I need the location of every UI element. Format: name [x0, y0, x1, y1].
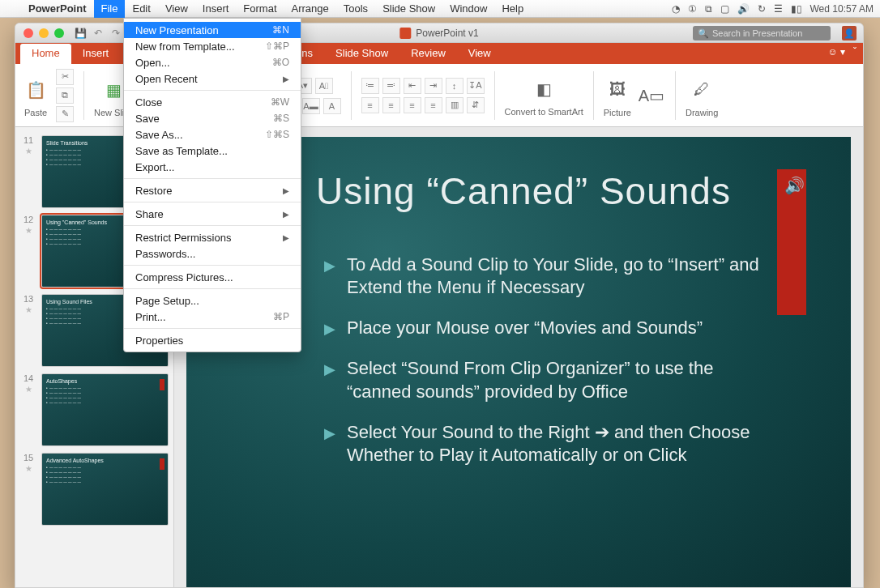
menu-window[interactable]: Window [442, 0, 494, 18]
file-menu-item[interactable]: Passwords... [124, 245, 301, 262]
file-menu-item[interactable]: New Presentation⌘N [124, 22, 301, 38]
cut-icon[interactable]: ✂ [56, 69, 74, 85]
file-menu-item[interactable]: Save⌘S [124, 110, 301, 126]
tab-review[interactable]: Review [399, 44, 457, 64]
wifi-icon[interactable]: ☰ [774, 3, 783, 15]
file-menu-item[interactable]: Open Recent▶ [124, 70, 301, 87]
align-vert-icon[interactable]: ⇵ [467, 97, 485, 113]
file-menu-item[interactable]: Export... [124, 159, 301, 175]
gdrive-icon[interactable]: ◔ [672, 3, 680, 15]
menu-view[interactable]: View [158, 0, 195, 18]
paste-button[interactable]: 📋 [22, 74, 49, 106]
indent-inc-icon[interactable]: ⇥ [425, 78, 442, 94]
picture-button[interactable]: 🖼 [604, 74, 631, 106]
font-color-icon[interactable]: A [323, 98, 341, 114]
ribbon-options-icon[interactable]: ☺ ▾ [827, 46, 845, 58]
display-icon[interactable]: ▢ [720, 3, 729, 15]
window-maximize-button[interactable] [54, 28, 64, 38]
file-menu-item[interactable]: Restore▶ [124, 182, 301, 198]
app-menu[interactable]: PowerPoint [21, 0, 94, 18]
highlight-icon[interactable]: A▬ [302, 98, 320, 114]
slide-bullet[interactable]: ▶To Add a Sound Clip to Your Slide, go t… [324, 254, 778, 299]
qat-redo-icon[interactable]: ↷ [109, 27, 122, 40]
align-right-icon[interactable]: ≡ [404, 97, 421, 113]
tab-slideshow[interactable]: Slide Show [324, 44, 399, 64]
drawing-button[interactable]: 🖊 [688, 74, 716, 106]
file-menu-item[interactable]: Save as Template... [124, 143, 301, 159]
slide-body-text[interactable]: ▶To Add a Sound Clip to Your Slide, go t… [324, 254, 810, 467]
menu-slideshow[interactable]: Slide Show [375, 0, 442, 18]
slide-bullet[interactable]: ▶Place your Mouse over “Movies and Sound… [324, 317, 778, 339]
tab-home[interactable]: Home [20, 44, 71, 64]
menu-file[interactable]: File [94, 0, 126, 18]
menu-shortcut: ⌘P [273, 311, 289, 322]
line-spacing-icon[interactable]: ↕ [446, 78, 463, 94]
tab-insert[interactable]: Insert [71, 44, 121, 64]
dropbox-icon[interactable]: ⧉ [705, 3, 712, 15]
mac-menubar: PowerPoint File Edit View Insert Format … [0, 0, 880, 18]
format-painter-icon[interactable]: ✎ [56, 106, 74, 122]
file-menu-item[interactable]: Open...⌘O [124, 54, 301, 70]
smartart-button[interactable]: ◧ [530, 73, 557, 105]
bullet-arrow-icon: ▶ [324, 257, 335, 275]
battery-icon[interactable]: ▮▯ [791, 3, 802, 15]
align-left-icon[interactable]: ≡ [361, 97, 379, 113]
thumbnail-row[interactable]: 14★AutoShapes— — — — — — —— — — — — — ——… [15, 370, 173, 450]
transition-star-icon: ★ [25, 464, 32, 473]
slide-thumbnail[interactable]: AutoShapes— — — — — — —— — — — — — —— — … [41, 373, 169, 446]
user-icon[interactable]: ① [688, 3, 697, 15]
menu-item-label: Restrict Permissions [135, 232, 231, 244]
qat-save-icon[interactable]: 💾 [74, 27, 87, 40]
file-menu-item[interactable]: Close⌘W [124, 94, 301, 110]
tab-view[interactable]: View [457, 44, 502, 64]
clear-format-icon[interactable]: A⃠ [315, 78, 333, 94]
window-minimize-button[interactable] [39, 28, 49, 38]
slide-bullet[interactable]: ▶Select “Sound From Clip Organizer” to u… [324, 357, 778, 403]
clock[interactable]: Wed 10:57 AM [810, 3, 874, 15]
window-close-button[interactable] [23, 28, 33, 38]
apple-menu[interactable] [6, 0, 21, 18]
align-center-icon[interactable]: ≡ [382, 97, 400, 113]
submenu-arrow-icon: ▶ [283, 233, 289, 242]
file-menu-item[interactable]: Page Setup... [124, 292, 301, 309]
slide-thumbnail[interactable]: Advanced AutoShapes— — — — — — —— — — — … [41, 453, 169, 526]
file-menu-item[interactable]: New from Template...⇧⌘P [124, 38, 301, 54]
numbering-icon[interactable]: ≕ [382, 78, 400, 94]
ribbon-collapse-icon[interactable]: ˇ [853, 46, 857, 58]
account-button[interactable]: 👤 [842, 26, 857, 40]
file-menu-item[interactable]: Restrict Permissions▶ [124, 229, 301, 245]
menu-format[interactable]: Format [236, 0, 284, 18]
file-menu-dropdown: New Presentation⌘NNew from Template...⇧⌘… [123, 18, 301, 352]
textbox-button[interactable]: A▭ [638, 79, 665, 112]
file-menu-item[interactable]: Compress Pictures... [124, 269, 301, 285]
file-menu-item[interactable]: Properties [124, 332, 301, 348]
menu-item-label: Open Recent [135, 73, 198, 85]
menu-tools[interactable]: Tools [336, 0, 375, 18]
menu-arrange[interactable]: Arrange [284, 0, 336, 18]
submenu-arrow-icon: ▶ [283, 75, 289, 83]
align-justify-icon[interactable]: ≡ [425, 97, 442, 113]
volume-icon[interactable]: 🔊 [737, 3, 750, 15]
menu-help[interactable]: Help [494, 0, 531, 18]
speaker-icon[interactable]: 🔊 [784, 176, 802, 194]
file-menu-item[interactable]: Share▶ [124, 206, 301, 222]
file-menu-item[interactable]: Save As...⇧⌘S [124, 126, 301, 143]
slide-title[interactable]: Using “Canned” Sounds [316, 169, 810, 213]
indent-dec-icon[interactable]: ⇤ [404, 78, 421, 94]
sync-icon[interactable]: ↻ [758, 3, 766, 15]
thumbnail-row[interactable]: 15★Advanced AutoShapes— — — — — — —— — —… [15, 450, 173, 529]
qat-undo-icon[interactable]: ↶ [92, 27, 105, 40]
transition-star-icon: ★ [25, 147, 32, 156]
file-menu-item[interactable]: Print...⌘P [124, 309, 301, 325]
menu-item-label: Print... [135, 311, 166, 323]
bullets-icon[interactable]: ≔ [361, 78, 379, 94]
menu-insert[interactable]: Insert [195, 0, 237, 18]
slide-bullet[interactable]: ▶Select Your Sound to the Right ➔ and th… [324, 421, 778, 467]
menu-item-label: Restore [135, 185, 173, 197]
copy-icon[interactable]: ⧉ [56, 87, 74, 104]
menu-item-label: Share [135, 208, 164, 220]
search-in-presentation[interactable]: 🔍 Search in Presentation [693, 26, 831, 40]
menu-edit[interactable]: Edit [125, 0, 157, 18]
columns-icon[interactable]: ▥ [446, 97, 463, 113]
text-direction-icon[interactable]: ↧A [467, 78, 485, 94]
